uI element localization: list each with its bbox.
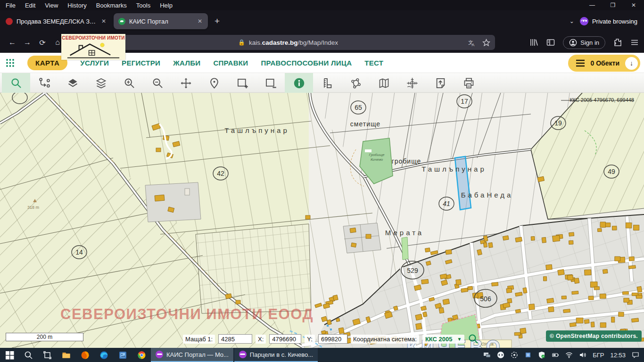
- reload-button[interactable]: ⟳: [35, 38, 50, 47]
- nav-item-registri[interactable]: РЕГИСТРИ: [122, 59, 160, 67]
- measure-icon: [321, 77, 334, 90]
- zoom-in-tool-button[interactable]: [115, 73, 143, 93]
- lock-icon[interactable]: 🔒: [238, 39, 245, 46]
- menu-edit[interactable]: Edit: [25, 2, 35, 9]
- taskbar-window-kais[interactable]: КАИС Портал — Mo...: [151, 348, 233, 362]
- select-add-icon: [236, 77, 249, 90]
- taskbar-window-parceli[interactable]: Парцели в с. Кичево...: [234, 348, 318, 362]
- close-tab-icon[interactable]: ✕: [100, 18, 107, 25]
- zoom-out-tool-button[interactable]: [143, 73, 172, 93]
- firefox-private-icon: [239, 351, 247, 358]
- objects-button[interactable]: 0 Обекти ↓: [568, 55, 640, 72]
- clock[interactable]: 12:53: [610, 352, 626, 359]
- power-tray-icon[interactable]: [552, 351, 559, 359]
- menu-help[interactable]: Help: [160, 2, 173, 9]
- start-button[interactable]: [0, 348, 19, 362]
- task-view-button[interactable]: [38, 348, 57, 362]
- route-tool-button[interactable]: [30, 73, 58, 93]
- private-browsing-label: Private browsing: [592, 18, 637, 25]
- taskbar-search-button[interactable]: [19, 348, 38, 362]
- select-remove-tool-button[interactable]: [256, 73, 285, 93]
- nav-item-zhalbi[interactable]: ЖАЛБИ: [173, 59, 200, 67]
- coordinates-tool-button[interactable]: [398, 73, 426, 93]
- print-tool-button[interactable]: [454, 73, 483, 93]
- menu-file[interactable]: File: [6, 2, 16, 9]
- bookmark-star-icon[interactable]: [482, 39, 490, 47]
- svg-text:49: 49: [608, 168, 615, 175]
- polygon-tool-button[interactable]: [341, 73, 370, 93]
- apps-grid-icon[interactable]: [6, 58, 15, 67]
- menu-tools[interactable]: Tools: [136, 2, 150, 9]
- chrome-icon[interactable]: [132, 348, 151, 362]
- layers-tool-button[interactable]: [87, 73, 115, 93]
- firefox-icon[interactable]: [75, 348, 94, 362]
- layers-filled-icon: [66, 77, 79, 90]
- search-icon: [10, 77, 23, 90]
- tab-favicon: [6, 18, 13, 25]
- cast-tray-icon[interactable]: [483, 351, 491, 359]
- app-tray-icon[interactable]: [524, 351, 532, 359]
- svg-text:Ташлъпунар: Ташлъпунар: [421, 165, 487, 173]
- back-button[interactable]: ←: [5, 38, 20, 47]
- select-add-tool-button[interactable]: [228, 73, 256, 93]
- windows-taskbar: КАИС Портал — Mo... Парцели в с. Кичево.…: [0, 348, 644, 362]
- teamviewer-tray-icon[interactable]: [497, 351, 504, 359]
- nav-item-pravosposobni-lica[interactable]: ПРАВОСПОСОБНИ ЛИЦА: [261, 59, 352, 67]
- pan-tool-button[interactable]: [172, 73, 200, 93]
- menu-view[interactable]: View: [45, 2, 58, 9]
- map-scale-bar: 200 m: [6, 333, 83, 341]
- logo-title: СЕВЕРОИЗТОЧНИ ИМОТИ: [61, 35, 125, 41]
- language-indicator[interactable]: БГР: [593, 352, 604, 359]
- new-tab-button[interactable]: +: [209, 16, 225, 26]
- translate-icon[interactable]: 文A: [468, 39, 476, 47]
- crs-dropdown[interactable]: ККС 2005 ▼: [422, 335, 465, 344]
- scale-input[interactable]: [218, 334, 252, 344]
- y-coordinate-input[interactable]: [318, 334, 347, 344]
- sign-in-button[interactable]: Sign in: [563, 36, 605, 49]
- map-canvas[interactable]: Гробище Кичево: [0, 93, 644, 348]
- sidebar-icon[interactable]: [546, 38, 555, 47]
- coordinates-axes-icon: [406, 77, 419, 90]
- measure-tool-button[interactable]: [313, 73, 341, 93]
- menu-history[interactable]: History: [67, 2, 86, 9]
- app-menu-icon[interactable]: [630, 38, 639, 47]
- map-search-button[interactable]: [468, 333, 479, 345]
- zoom-out-icon: [151, 77, 164, 90]
- x-coordinate-input[interactable]: [269, 334, 301, 344]
- photos-app-icon[interactable]: [113, 348, 132, 362]
- action-center-icon[interactable]: [632, 351, 639, 359]
- menu-bookmarks[interactable]: Bookmarks: [96, 2, 127, 9]
- edge-icon[interactable]: [94, 348, 113, 362]
- tab-kais-portal[interactable]: КАИС Портал ✕: [114, 13, 208, 29]
- forward-button[interactable]: →: [20, 38, 35, 47]
- wifi-tray-icon[interactable]: [565, 351, 573, 359]
- tab-list-chevron-icon[interactable]: ⌄: [570, 18, 574, 25]
- download-objects-button[interactable]: ↓: [625, 57, 638, 70]
- nav-item-spravki[interactable]: СПРАВКИ: [213, 59, 248, 67]
- map-sheet-tool-button[interactable]: [370, 73, 398, 93]
- osm-attribution-link[interactable]: © OpenStreetMap contributors.: [546, 330, 642, 342]
- location-tool-button[interactable]: [200, 73, 228, 93]
- nav-item-test[interactable]: ТЕСТ: [364, 59, 383, 67]
- info-icon: [293, 77, 305, 90]
- realestate-logo-overlay: СЕВЕРОИЗТОЧНИ ИМОТИ: [61, 34, 125, 60]
- extensions-puzzle-icon[interactable]: [613, 38, 622, 47]
- close-tab-icon[interactable]: ✕: [197, 18, 203, 25]
- search-tool-button[interactable]: [2, 73, 30, 93]
- info-tool-button[interactable]: [285, 73, 313, 93]
- export-tool-button[interactable]: [426, 73, 454, 93]
- close-button[interactable]: ✕: [623, 2, 644, 8]
- restore-button[interactable]: ❐: [603, 2, 623, 8]
- file-explorer-icon[interactable]: [57, 348, 75, 362]
- layers-icon: [95, 77, 107, 90]
- layers-filled-tool-button[interactable]: [58, 73, 87, 93]
- volume-tray-icon[interactable]: [579, 351, 586, 359]
- tab-prodava[interactable]: Продава ЗЕМЕДЕЛСКА ЗЕМЯ в ✕: [1, 13, 112, 29]
- defender-tray-icon[interactable]: [538, 351, 545, 359]
- svg-text:65: 65: [355, 104, 362, 111]
- library-icon[interactable]: [529, 38, 538, 47]
- snip-tray-icon[interactable]: [511, 351, 518, 359]
- minimize-button[interactable]: —: [582, 2, 603, 8]
- svg-text:14: 14: [75, 248, 83, 256]
- url-bar[interactable]: 🔒 kais.cadastre.bg/bg/Map/Index 文A: [81, 35, 495, 50]
